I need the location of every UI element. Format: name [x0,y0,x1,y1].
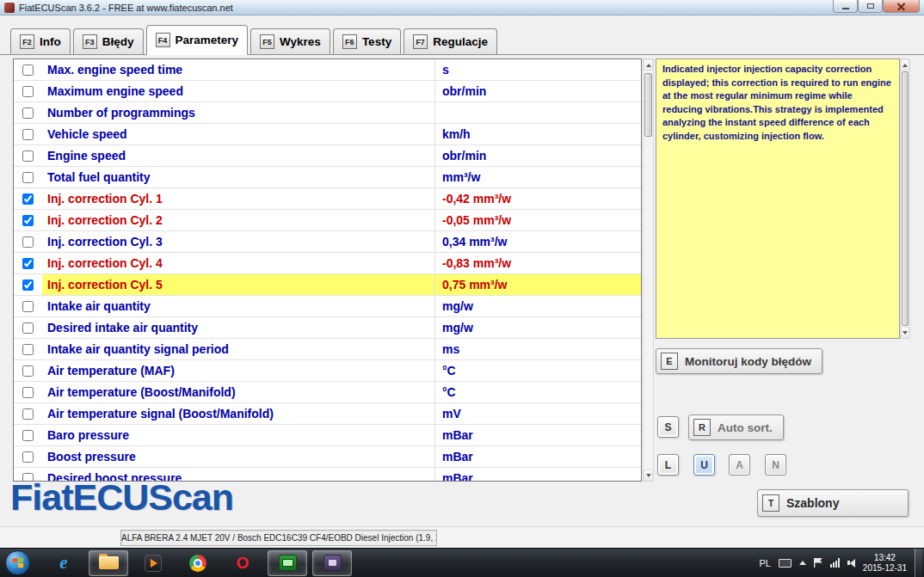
window-title: FiatECUScan 3.6.2 - FREE at www.fiatecus… [19,3,233,13]
param-row[interactable]: Boost pressure mBar [14,446,641,468]
opera-icon: O [237,555,249,571]
show-hidden-icons-button[interactable] [799,561,806,565]
param-name: Air temperature (MAF) [42,360,434,381]
key-l-button[interactable]: L [657,454,679,476]
tray-clock[interactable]: 13:42 2015-12-31 [863,553,907,574]
fiatecuscan-logo: FiatECUScan [10,476,233,519]
param-checkbox[interactable] [22,387,34,398]
tab-f6-testy[interactable]: F6 Testy [333,28,401,54]
media-player-taskbar-button[interactable] [133,550,173,576]
key-a-button[interactable]: A [729,454,750,476]
language-indicator[interactable]: PL [759,558,770,568]
param-name: Max. engine speed time [42,59,434,80]
tab-f7-regulacje[interactable]: F7 Regulacje [403,28,497,54]
param-checkbox[interactable] [22,236,34,248]
param-row[interactable]: Vehicle speed km/h [14,124,641,145]
param-value: -0,83 mm³/w [434,253,641,273]
templates-button[interactable]: T Szablony [757,489,909,517]
start-button[interactable] [5,550,30,575]
table-scroll-thumb[interactable] [644,73,652,137]
param-checkbox[interactable] [22,365,34,377]
param-checkbox[interactable] [22,279,34,291]
key-n-button[interactable]: N [765,454,786,476]
param-row[interactable]: Total fuel quantity mm³/w [14,167,641,188]
param-checkbox[interactable] [22,193,34,205]
param-name: Inj. correction Cyl. 5 [42,274,434,295]
param-checkbox[interactable] [22,322,34,334]
param-name: Inj. correction Cyl. 2 [42,210,434,230]
param-checkbox[interactable] [22,150,34,162]
info-scroll-down-button[interactable] [901,327,909,338]
volume-icon[interactable] [847,559,855,568]
windows-logo-icon [12,558,23,568]
param-row[interactable]: Desired intake air quantity mg/w [14,317,641,339]
param-row[interactable]: Max. engine speed time s [14,59,641,81]
table-scrollbar[interactable] [643,58,654,482]
info-scroll-thumb[interactable] [902,71,909,326]
param-row[interactable]: Air temperature (Boost/Manifold) °C [14,382,641,403]
auto-sort-button[interactable]: R Auto sort. [688,414,784,440]
opera-taskbar-button[interactable]: O [223,550,262,576]
scanner-app-taskbar-button[interactable] [268,550,307,576]
keyboard-icon[interactable] [779,559,792,568]
param-name: Desired intake air quantity [42,317,434,338]
param-checkbox-cell [14,446,42,467]
param-checkbox-cell [14,145,42,166]
param-checkbox-cell [14,360,42,381]
param-row[interactable]: Maximum engine speed obr/min [14,81,641,102]
key-u-button[interactable]: U [693,454,715,476]
titlebar[interactable]: FiatECUScan 3.6.2 - FREE at www.fiatecus… [0,0,924,15]
show-desktop-button[interactable] [915,549,922,577]
action-center-flag-icon[interactable] [814,558,822,568]
param-checkbox[interactable] [22,344,34,355]
chrome-taskbar-button[interactable] [178,550,218,576]
scroll-up-button[interactable] [644,59,653,71]
param-row[interactable]: Inj. correction Cyl. 1 -0,42 mm³/w [14,188,641,210]
info-scrollbar[interactable] [900,58,910,339]
param-row[interactable]: Inj. correction Cyl. 3 0,34 mm³/w [14,231,641,253]
param-row[interactable]: Inj. correction Cyl. 2 -0,05 mm³/w [14,210,641,231]
param-row[interactable]: Number of programmings [14,102,641,124]
param-value: mg/w [434,296,641,316]
device-taskbar-button[interactable] [312,550,352,576]
param-checkbox[interactable] [22,107,34,119]
param-checkbox[interactable] [22,258,34,269]
tab-f5-wykres[interactable]: F5 Wykres [250,28,330,54]
ie-taskbar-button[interactable]: e [44,550,83,576]
param-row[interactable]: Inj. correction Cyl. 5 0,75 mm³/w [14,274,641,296]
param-checkbox[interactable] [22,86,34,97]
main-content: Max. engine speed time s Maximum engine … [0,55,924,526]
tab-f4-parametery[interactable]: F4 Parametery [146,25,249,55]
param-row[interactable]: Baro pressure mBar [14,425,641,446]
info-scroll-up-button[interactable] [901,59,909,71]
arrow-up-icon [902,64,908,67]
scroll-down-button[interactable] [644,470,653,481]
param-row[interactable]: Air temperature signal (Boost/Manifold) … [14,403,641,425]
param-checkbox[interactable] [22,64,34,76]
param-checkbox[interactable] [22,430,34,441]
param-checkbox[interactable] [22,451,34,463]
auto-sort-label: Auto sort. [718,421,773,434]
param-name: Number of programmings [42,102,434,123]
tab-f3-błędy[interactable]: F3 Błędy [73,28,144,54]
param-name: Boost pressure [42,446,434,467]
param-row[interactable]: Intake air quantity signal period ms [14,339,641,360]
sort-s-button[interactable]: S [657,416,679,438]
param-row[interactable]: Engine speed obr/min [14,145,641,167]
param-checkbox-cell [14,81,42,101]
minimize-button[interactable] [833,0,858,13]
param-checkbox[interactable] [22,408,34,420]
network-icon[interactable] [830,558,840,568]
param-checkbox[interactable] [22,172,34,183]
close-button[interactable] [883,0,920,13]
param-row[interactable]: Air temperature (MAF) °C [14,360,641,382]
maximize-button[interactable] [858,0,883,13]
param-checkbox[interactable] [22,215,34,226]
param-row[interactable]: Inj. correction Cyl. 4 -0,83 mm³/w [14,253,641,274]
explorer-taskbar-button[interactable] [89,550,128,576]
param-checkbox[interactable] [22,129,34,140]
tab-f2-info[interactable]: F2 Info [10,28,71,54]
monitor-error-codes-button[interactable]: E Monitoruj kody błędów [656,348,822,374]
param-row[interactable]: Intake air quantity mg/w [14,296,641,317]
param-checkbox[interactable] [22,301,34,312]
